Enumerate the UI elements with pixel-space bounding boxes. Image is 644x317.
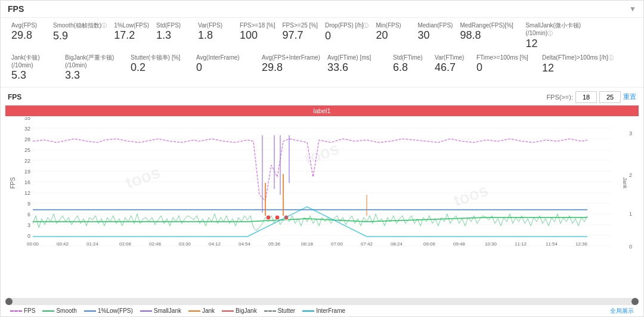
reset-button[interactable]: 重置 <box>623 92 636 101</box>
full-screen-button[interactable]: 全局展示 <box>610 307 639 315</box>
svg-text:10:30: 10:30 <box>485 241 497 247</box>
svg-text:1: 1 <box>629 211 632 217</box>
smooth-legend-color <box>42 310 54 312</box>
metric-std-fps: Std(FPS) 1.3 <box>153 20 194 43</box>
drop-info-icon[interactable]: ⓘ <box>363 23 369 29</box>
metric-smooth: Smooth(稳帧指数)ⓘ 5.9 <box>49 20 110 43</box>
jank-legend-color <box>188 310 200 312</box>
jank-legend-item: Jank <box>188 307 215 314</box>
svg-text:06:18: 06:18 <box>301 241 314 247</box>
svg-text:32: 32 <box>24 126 30 132</box>
metric-stutter: Stutter(卡顿率) [%] 0.2 <box>127 52 193 76</box>
svg-text:6: 6 <box>27 212 30 217</box>
svg-text:02:06: 02:06 <box>119 241 132 247</box>
metric-std-ftime: Std(FTime) 6.8 <box>389 52 431 76</box>
svg-text:05:36: 05:36 <box>268 241 281 247</box>
fps-legend-color <box>10 310 22 312</box>
metric-avg-ftime: Avg(FTime) [ms] 33.6 <box>324 52 389 76</box>
chart-controls: FPS FPS(>=): 18 25 重置 <box>1 90 643 104</box>
svg-text:28: 28 <box>24 136 30 142</box>
fps-threshold-1-input[interactable]: 18 <box>575 91 597 103</box>
label-bar-text: label1 <box>313 107 330 114</box>
metrics-row-2: Jank(卡顿)(/10min) 5.3 BigJank(严重卡顿)(/10mi… <box>8 52 636 83</box>
svg-text:00:00: 00:00 <box>27 241 39 247</box>
fps-chart: 35 32 28 25 22 19 16 12 9 6 3 0 FPS <box>5 117 639 248</box>
stutter-legend-item: Stutter <box>264 307 295 314</box>
svg-text:08:24: 08:24 <box>391 241 403 247</box>
panel-header: FPS ▼ <box>1 1 643 18</box>
svg-text:2: 2 <box>629 172 632 178</box>
metric-drop-fps: Drop(FPS) [/h]ⓘ 0 <box>321 20 372 43</box>
metrics-section: Avg(FPS) 29.8 Smooth(稳帧指数)ⓘ 5.9 1%Low(FP… <box>1 18 643 88</box>
big-jank-legend-item: BigJank <box>222 307 257 314</box>
chart-area: label1 <box>5 104 639 298</box>
svg-text:FPS: FPS <box>10 177 16 189</box>
svg-text:07:42: 07:42 <box>361 241 373 247</box>
chart-title: FPS <box>8 93 21 101</box>
svg-text:11:54: 11:54 <box>546 241 558 247</box>
metric-medrange-fps: MedRange(FPS)[%] 98.8 <box>456 20 522 43</box>
fps-panel: FPS ▼ Avg(FPS) 29.8 Smooth(稳帧指数)ⓘ 5.9 1%… <box>0 0 644 317</box>
smooth-legend-label: Smooth <box>56 307 76 314</box>
chart-scrollbar[interactable] <box>5 298 639 305</box>
small-jank-legend-label: SmallJank <box>154 307 181 314</box>
svg-text:01:24: 01:24 <box>86 241 99 247</box>
metric-median-fps: Median(FPS) 30 <box>414 20 456 43</box>
metric-1pct-low: 1%Low(FPS) 17.2 <box>110 20 153 43</box>
metric-var-fps: Var(FPS) 1.8 <box>194 20 236 43</box>
1pct-low-legend-item: 1%Low(FPS) <box>84 307 133 314</box>
svg-text:02:48: 02:48 <box>149 241 162 247</box>
svg-text:12:36: 12:36 <box>575 241 588 247</box>
svg-text:04:12: 04:12 <box>209 241 221 247</box>
svg-text:35: 35 <box>24 117 30 121</box>
metric-big-jank: BigJank(严重卡顿)(/10min) 3.3 <box>61 52 127 83</box>
svg-text:19: 19 <box>24 169 30 175</box>
fps-threshold-2-input[interactable]: 25 <box>599 91 621 103</box>
small-jank-legend-item: SmallJank <box>140 307 181 314</box>
label-bar: label1 <box>5 105 639 116</box>
small-jank-info-icon[interactable]: ⓘ <box>547 30 553 36</box>
big-jank-legend-label: BigJank <box>236 307 257 314</box>
interframe-legend-color <box>302 310 314 312</box>
svg-text:25: 25 <box>24 147 30 153</box>
fps-legend-label: FPS <box>24 307 35 314</box>
metric-jank: Jank(卡顿)(/10min) 5.3 <box>8 52 61 83</box>
metric-fps-gte-100ms: FTime>=100ms [%] 0 <box>473 52 538 76</box>
big-jank-legend-color <box>222 310 234 312</box>
svg-point-36 <box>275 215 280 220</box>
metric-fps-gte-18: FPS>=18 [%] 100 <box>236 20 278 43</box>
metric-delta-ftime: Delta(FTime)>100ms [/h]ⓘ 12 <box>538 52 617 76</box>
1pct-low-legend-color <box>84 310 96 312</box>
chart-section: FPS FPS(>=): 18 25 重置 label1 <box>1 88 643 316</box>
scrollbar-left-handle[interactable] <box>5 298 13 305</box>
svg-text:0: 0 <box>27 233 30 239</box>
chart-legend: FPS Smooth 1%Low(FPS) SmallJank Jank <box>5 306 350 315</box>
interframe-legend-label: InterFrame <box>316 307 345 314</box>
stutter-legend-color <box>264 310 276 312</box>
1pct-low-legend-label: 1%Low(FPS) <box>98 307 133 314</box>
svg-text:3: 3 <box>629 130 632 136</box>
metrics-row-1: Avg(FPS) 29.8 Smooth(稳帧指数)ⓘ 5.9 1%Low(FP… <box>8 20 636 51</box>
metric-var-ftime: Var(FTime) 46.7 <box>431 52 473 76</box>
svg-text:04:54: 04:54 <box>239 241 251 247</box>
metric-avg-fps-interframe: Avg(FPS+InterFrame) 29.8 <box>258 52 324 76</box>
smooth-legend-item: Smooth <box>42 307 76 314</box>
svg-text:3: 3 <box>27 222 30 228</box>
dropdown-icon[interactable]: ▼ <box>629 5 636 13</box>
svg-point-35 <box>266 215 271 220</box>
metric-fps-gte-25: FPS>=25 [%] 97.7 <box>279 20 321 43</box>
metric-avg-interframe: Avg(InterFrame) 0 <box>193 52 258 76</box>
svg-text:07:00: 07:00 <box>331 241 343 247</box>
metric-avg-fps: Avg(FPS) 29.8 <box>8 20 49 43</box>
panel-title: FPS <box>8 4 24 14</box>
svg-text:12: 12 <box>24 190 30 196</box>
svg-rect-0 <box>9 117 635 248</box>
stutter-legend-label: Stutter <box>278 307 295 314</box>
scrollbar-right-handle[interactable] <box>631 298 639 305</box>
smooth-info-icon[interactable]: ⓘ <box>101 23 107 29</box>
delta-info-icon[interactable]: ⓘ <box>608 55 614 61</box>
fps-legend-item: FPS <box>10 307 35 314</box>
svg-text:09:06: 09:06 <box>423 241 436 247</box>
svg-text:Jank: Jank <box>622 177 628 189</box>
svg-text:22: 22 <box>24 158 30 164</box>
